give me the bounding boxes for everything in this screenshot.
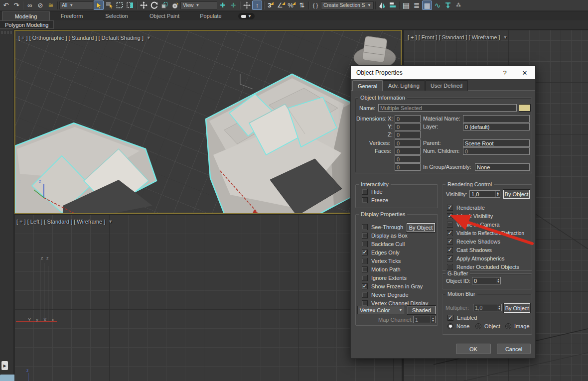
name-field[interactable]: Multiple Selected <box>378 104 517 112</box>
visible-to-reflection-checkbox[interactable]: Visible to Reflection/Refraction <box>447 230 524 236</box>
shaded-button[interactable]: Shaded <box>408 306 436 314</box>
freeze-checkbox[interactable]: Freeze <box>362 197 388 203</box>
hide-checkbox[interactable]: Hide <box>362 189 383 195</box>
ribbon-tab-modeling[interactable]: Modeling <box>2 11 50 20</box>
ribbon-toggle-icon[interactable]: ▦ <box>422 0 432 10</box>
backface-cull-checkbox[interactable]: Backface Cull <box>362 241 405 247</box>
ribbon-display-toggle[interactable]: ▼ <box>238 13 255 19</box>
dim-x-field[interactable]: 0 <box>395 115 421 123</box>
bind-to-space-warp-icon[interactable]: ≋ <box>46 0 56 10</box>
tab-general[interactable]: General <box>352 80 383 91</box>
viewport-label-front[interactable]: [ + ] [ Front ] [ Standard ] [ Wireframe… <box>408 34 507 40</box>
select-by-name-icon[interactable] <box>104 0 114 10</box>
inherit-visibility-checkbox[interactable]: Inherit Visibility <box>447 213 493 219</box>
render-setup-icon[interactable]: ⁂ <box>453 0 463 10</box>
select-object-icon[interactable] <box>94 0 104 10</box>
select-and-rotate-icon[interactable] <box>149 0 159 10</box>
tab-user-defined[interactable]: User Defined <box>425 80 468 91</box>
extra-field-1[interactable]: 0 <box>395 155 421 163</box>
visibility-by-object-button[interactable]: By Object <box>503 190 530 199</box>
use-pivot-center-icon[interactable]: ✚ <box>218 0 228 10</box>
filter-funnel-icon[interactable]: ▼ <box>503 35 508 40</box>
cancel-button[interactable]: Cancel <box>497 344 531 354</box>
align-icon[interactable] <box>388 0 398 10</box>
dim-z-field[interactable]: 0 <box>395 131 421 138</box>
ribbon-tab-freeform[interactable]: Freeform <box>50 11 94 20</box>
ok-button[interactable]: OK <box>456 344 491 354</box>
render-occluded-checkbox[interactable]: Render Occluded Objects <box>447 264 519 270</box>
motion-blur-none-radio[interactable]: None <box>447 323 469 329</box>
viewport-label-orthographic[interactable]: [ + ] [ Orthographic ] [ Standard ] [ De… <box>18 35 151 41</box>
object-color-swatch[interactable] <box>519 104 531 112</box>
visibility-spinner[interactable]: 1,0 ▲▼ <box>469 190 500 198</box>
grip-dots-icon[interactable] <box>1 31 12 34</box>
layer-field[interactable]: 0 (default) <box>463 123 530 130</box>
select-and-scale-icon[interactable] <box>159 0 169 10</box>
mirror-icon[interactable] <box>377 0 387 10</box>
select-and-link-icon[interactable]: ∞ <box>25 0 35 10</box>
named-selection-dropdown[interactable]: Create Selection Se▼ <box>321 1 374 9</box>
visible-to-camera-checkbox[interactable]: Visible to Camera <box>447 222 500 228</box>
apply-atmospherics-checkbox[interactable]: Apply Atmospherics <box>447 255 505 261</box>
help-button[interactable]: ? <box>500 68 509 77</box>
tab-adv-lighting[interactable]: Adv. Lighting <box>383 80 425 91</box>
spinner-snap-icon[interactable]: ⇅ <box>297 0 307 10</box>
parent-field[interactable]: Scene Root <box>463 139 530 147</box>
display-as-box-checkbox[interactable]: Display as Box <box>362 233 408 239</box>
motion-blur-image-radio[interactable]: Image <box>505 323 530 329</box>
select-and-move-2-icon[interactable] <box>242 0 252 10</box>
in-group-field[interactable]: None <box>475 163 530 171</box>
redo-icon[interactable]: ↷ <box>11 0 21 10</box>
viewport-orthographic[interactable]: [ + ] [ Orthographic ] [ Standard ] [ De… <box>14 30 402 214</box>
undo-icon[interactable]: ↶ <box>1 0 11 10</box>
filter-funnel-icon[interactable]: ▼ <box>147 35 151 40</box>
viewport-left[interactable]: [ + ] [ Left ] [ Standard ] [ Wireframe … <box>14 215 402 381</box>
small-object[interactable] <box>354 36 396 69</box>
motion-blur-enabled-checkbox[interactable]: Enabled <box>447 315 477 321</box>
cast-shadows-checkbox[interactable]: Cast Shadows <box>447 247 492 253</box>
select-and-manipulate-icon[interactable]: ✛ <box>228 0 238 10</box>
num-children-field[interactable]: 0 <box>463 147 530 155</box>
vertices-field[interactable]: 0 <box>395 139 421 147</box>
see-through-checkbox[interactable]: See-Through <box>362 224 403 230</box>
ribbon-tab-selection[interactable]: Selection <box>94 11 140 20</box>
multiplier-spinner[interactable]: 1,0 ▲▼ <box>473 304 502 311</box>
extra-field-2[interactable]: 0 <box>395 163 421 171</box>
angle-snap-icon[interactable]: ∠◢ <box>276 0 286 10</box>
selection-filter-dropdown[interactable]: All▼ <box>59 1 93 9</box>
renderable-checkbox[interactable]: Renderable <box>447 205 485 211</box>
ribbon-expand-button[interactable]: ▶ <box>1 361 8 370</box>
spinner-arrows-icon[interactable]: ▲▼ <box>495 191 500 197</box>
named-selection-sets-icon[interactable]: { } <box>310 0 320 10</box>
motion-path-checkbox[interactable]: Motion Path <box>362 266 401 272</box>
motion-blur-by-object-button[interactable]: By Object <box>504 303 530 313</box>
select-and-place-icon[interactable] <box>170 0 180 10</box>
select-and-move-icon[interactable] <box>139 0 148 10</box>
motion-blur-object-radio[interactable]: Object <box>475 323 500 329</box>
schematic-view-icon[interactable] <box>443 0 453 10</box>
sofa-left[interactable]: z <box>15 123 156 214</box>
window-crossing-icon[interactable] <box>125 0 135 10</box>
dim-y-field[interactable]: 0 <box>395 123 421 130</box>
map-channel-spinner[interactable]: 1 ▲▼ <box>413 316 436 323</box>
filter-funnel-icon[interactable]: ▼ <box>108 219 113 224</box>
spinner-arrows-icon[interactable]: ▲▼ <box>431 316 435 323</box>
ribbon-tab-object-paint[interactable]: Object Paint <box>140 11 189 20</box>
vertex-color-dropdown[interactable]: Vertex Color▼ <box>357 306 405 314</box>
object-id-spinner[interactable]: 0 ▲▼ <box>472 277 501 284</box>
spinner-arrows-icon[interactable]: ▲▼ <box>496 277 500 284</box>
percent-snap-icon[interactable]: %◢ <box>287 0 296 10</box>
rectangular-selection-region-icon[interactable] <box>115 0 125 10</box>
never-degrade-checkbox[interactable]: Never Degrade <box>362 292 409 298</box>
material-name-field[interactable] <box>463 115 530 123</box>
reference-coordinate-dropdown[interactable]: View▼ <box>180 1 217 9</box>
snaps-toggle-3d-icon[interactable]: 3◢ <box>266 0 276 10</box>
close-button[interactable]: ✕ <box>520 68 529 77</box>
ignore-extents-checkbox[interactable]: Ignore Extents <box>362 275 407 281</box>
receive-shadows-checkbox[interactable]: Receive Shadows <box>447 239 500 245</box>
show-frozen-in-gray-checkbox[interactable]: Show Frozen in Gray <box>362 283 423 289</box>
polygon-modeling-panel[interactable]: Polygon Modeling <box>0 20 54 29</box>
faces-field[interactable]: 0 <box>395 147 421 155</box>
spinner-arrows-icon[interactable]: ▲▼ <box>497 304 501 311</box>
curve-editor-icon[interactable]: ∿ <box>433 0 442 10</box>
